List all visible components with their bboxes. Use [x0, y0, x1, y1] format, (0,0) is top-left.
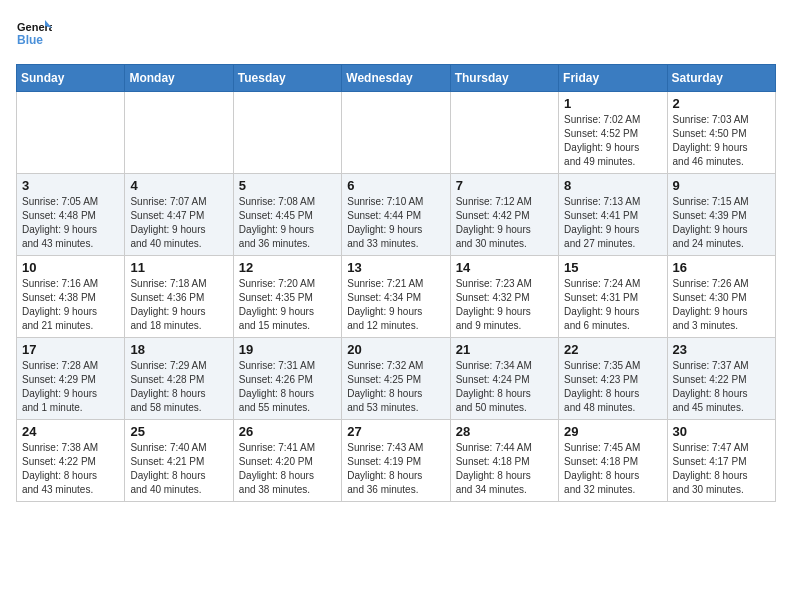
calendar-cell: 26Sunrise: 7:41 AM Sunset: 4:20 PM Dayli…	[233, 420, 341, 502]
calendar-cell: 15Sunrise: 7:24 AM Sunset: 4:31 PM Dayli…	[559, 256, 667, 338]
day-info: Sunrise: 7:02 AM Sunset: 4:52 PM Dayligh…	[564, 113, 661, 169]
calendar-cell: 30Sunrise: 7:47 AM Sunset: 4:17 PM Dayli…	[667, 420, 775, 502]
logo-svg: General Blue	[16, 16, 52, 52]
logo: General Blue	[16, 16, 52, 52]
calendar-cell	[17, 92, 125, 174]
calendar-cell: 23Sunrise: 7:37 AM Sunset: 4:22 PM Dayli…	[667, 338, 775, 420]
calendar-cell: 18Sunrise: 7:29 AM Sunset: 4:28 PM Dayli…	[125, 338, 233, 420]
calendar-cell: 11Sunrise: 7:18 AM Sunset: 4:36 PM Dayli…	[125, 256, 233, 338]
day-info: Sunrise: 7:32 AM Sunset: 4:25 PM Dayligh…	[347, 359, 444, 415]
day-number: 21	[456, 342, 553, 357]
calendar-cell: 21Sunrise: 7:34 AM Sunset: 4:24 PM Dayli…	[450, 338, 558, 420]
calendar-cell: 17Sunrise: 7:28 AM Sunset: 4:29 PM Dayli…	[17, 338, 125, 420]
calendar-cell	[125, 92, 233, 174]
day-number: 25	[130, 424, 227, 439]
day-info: Sunrise: 7:43 AM Sunset: 4:19 PM Dayligh…	[347, 441, 444, 497]
day-info: Sunrise: 7:45 AM Sunset: 4:18 PM Dayligh…	[564, 441, 661, 497]
day-info: Sunrise: 7:18 AM Sunset: 4:36 PM Dayligh…	[130, 277, 227, 333]
page-header: General Blue	[16, 16, 776, 52]
day-number: 19	[239, 342, 336, 357]
day-info: Sunrise: 7:29 AM Sunset: 4:28 PM Dayligh…	[130, 359, 227, 415]
day-info: Sunrise: 7:13 AM Sunset: 4:41 PM Dayligh…	[564, 195, 661, 251]
day-number: 20	[347, 342, 444, 357]
day-number: 7	[456, 178, 553, 193]
svg-text:Blue: Blue	[17, 33, 43, 47]
day-number: 14	[456, 260, 553, 275]
day-number: 27	[347, 424, 444, 439]
day-number: 4	[130, 178, 227, 193]
day-info: Sunrise: 7:40 AM Sunset: 4:21 PM Dayligh…	[130, 441, 227, 497]
calendar-cell: 16Sunrise: 7:26 AM Sunset: 4:30 PM Dayli…	[667, 256, 775, 338]
day-info: Sunrise: 7:38 AM Sunset: 4:22 PM Dayligh…	[22, 441, 119, 497]
day-info: Sunrise: 7:31 AM Sunset: 4:26 PM Dayligh…	[239, 359, 336, 415]
day-info: Sunrise: 7:24 AM Sunset: 4:31 PM Dayligh…	[564, 277, 661, 333]
day-info: Sunrise: 7:20 AM Sunset: 4:35 PM Dayligh…	[239, 277, 336, 333]
calendar-cell	[450, 92, 558, 174]
day-info: Sunrise: 7:47 AM Sunset: 4:17 PM Dayligh…	[673, 441, 770, 497]
col-header-monday: Monday	[125, 65, 233, 92]
day-number: 24	[22, 424, 119, 439]
day-number: 22	[564, 342, 661, 357]
day-number: 11	[130, 260, 227, 275]
day-number: 9	[673, 178, 770, 193]
day-info: Sunrise: 7:03 AM Sunset: 4:50 PM Dayligh…	[673, 113, 770, 169]
day-number: 12	[239, 260, 336, 275]
calendar-cell: 2Sunrise: 7:03 AM Sunset: 4:50 PM Daylig…	[667, 92, 775, 174]
calendar-cell: 6Sunrise: 7:10 AM Sunset: 4:44 PM Daylig…	[342, 174, 450, 256]
calendar-cell: 9Sunrise: 7:15 AM Sunset: 4:39 PM Daylig…	[667, 174, 775, 256]
day-number: 28	[456, 424, 553, 439]
col-header-thursday: Thursday	[450, 65, 558, 92]
day-info: Sunrise: 7:12 AM Sunset: 4:42 PM Dayligh…	[456, 195, 553, 251]
day-info: Sunrise: 7:10 AM Sunset: 4:44 PM Dayligh…	[347, 195, 444, 251]
calendar-cell: 12Sunrise: 7:20 AM Sunset: 4:35 PM Dayli…	[233, 256, 341, 338]
day-number: 13	[347, 260, 444, 275]
calendar-cell: 4Sunrise: 7:07 AM Sunset: 4:47 PM Daylig…	[125, 174, 233, 256]
calendar-cell	[233, 92, 341, 174]
calendar-cell: 5Sunrise: 7:08 AM Sunset: 4:45 PM Daylig…	[233, 174, 341, 256]
calendar-cell: 7Sunrise: 7:12 AM Sunset: 4:42 PM Daylig…	[450, 174, 558, 256]
col-header-sunday: Sunday	[17, 65, 125, 92]
day-number: 18	[130, 342, 227, 357]
calendar-cell: 28Sunrise: 7:44 AM Sunset: 4:18 PM Dayli…	[450, 420, 558, 502]
day-info: Sunrise: 7:28 AM Sunset: 4:29 PM Dayligh…	[22, 359, 119, 415]
day-info: Sunrise: 7:15 AM Sunset: 4:39 PM Dayligh…	[673, 195, 770, 251]
day-number: 3	[22, 178, 119, 193]
day-info: Sunrise: 7:05 AM Sunset: 4:48 PM Dayligh…	[22, 195, 119, 251]
calendar-cell: 19Sunrise: 7:31 AM Sunset: 4:26 PM Dayli…	[233, 338, 341, 420]
calendar-cell: 1Sunrise: 7:02 AM Sunset: 4:52 PM Daylig…	[559, 92, 667, 174]
day-number: 17	[22, 342, 119, 357]
day-number: 5	[239, 178, 336, 193]
day-info: Sunrise: 7:23 AM Sunset: 4:32 PM Dayligh…	[456, 277, 553, 333]
calendar-cell: 25Sunrise: 7:40 AM Sunset: 4:21 PM Dayli…	[125, 420, 233, 502]
day-info: Sunrise: 7:44 AM Sunset: 4:18 PM Dayligh…	[456, 441, 553, 497]
day-number: 10	[22, 260, 119, 275]
day-info: Sunrise: 7:07 AM Sunset: 4:47 PM Dayligh…	[130, 195, 227, 251]
day-info: Sunrise: 7:41 AM Sunset: 4:20 PM Dayligh…	[239, 441, 336, 497]
day-info: Sunrise: 7:34 AM Sunset: 4:24 PM Dayligh…	[456, 359, 553, 415]
day-number: 16	[673, 260, 770, 275]
day-info: Sunrise: 7:35 AM Sunset: 4:23 PM Dayligh…	[564, 359, 661, 415]
day-number: 15	[564, 260, 661, 275]
day-number: 6	[347, 178, 444, 193]
calendar-cell: 14Sunrise: 7:23 AM Sunset: 4:32 PM Dayli…	[450, 256, 558, 338]
day-info: Sunrise: 7:26 AM Sunset: 4:30 PM Dayligh…	[673, 277, 770, 333]
day-info: Sunrise: 7:08 AM Sunset: 4:45 PM Dayligh…	[239, 195, 336, 251]
day-number: 23	[673, 342, 770, 357]
col-header-saturday: Saturday	[667, 65, 775, 92]
col-header-wednesday: Wednesday	[342, 65, 450, 92]
calendar-cell: 10Sunrise: 7:16 AM Sunset: 4:38 PM Dayli…	[17, 256, 125, 338]
day-number: 2	[673, 96, 770, 111]
day-info: Sunrise: 7:37 AM Sunset: 4:22 PM Dayligh…	[673, 359, 770, 415]
calendar-cell: 3Sunrise: 7:05 AM Sunset: 4:48 PM Daylig…	[17, 174, 125, 256]
calendar-cell: 22Sunrise: 7:35 AM Sunset: 4:23 PM Dayli…	[559, 338, 667, 420]
col-header-friday: Friday	[559, 65, 667, 92]
calendar-table: SundayMondayTuesdayWednesdayThursdayFrid…	[16, 64, 776, 502]
calendar-cell: 20Sunrise: 7:32 AM Sunset: 4:25 PM Dayli…	[342, 338, 450, 420]
day-info: Sunrise: 7:21 AM Sunset: 4:34 PM Dayligh…	[347, 277, 444, 333]
day-number: 1	[564, 96, 661, 111]
calendar-cell: 27Sunrise: 7:43 AM Sunset: 4:19 PM Dayli…	[342, 420, 450, 502]
day-number: 8	[564, 178, 661, 193]
day-info: Sunrise: 7:16 AM Sunset: 4:38 PM Dayligh…	[22, 277, 119, 333]
calendar-cell	[342, 92, 450, 174]
calendar-cell: 24Sunrise: 7:38 AM Sunset: 4:22 PM Dayli…	[17, 420, 125, 502]
